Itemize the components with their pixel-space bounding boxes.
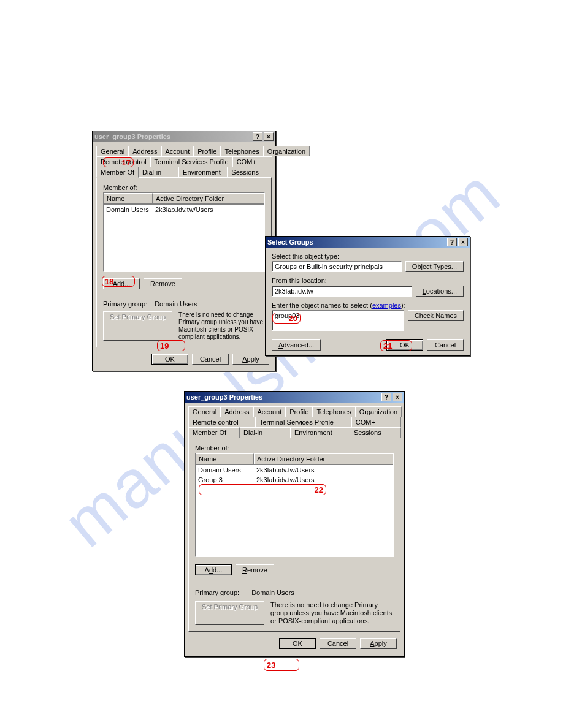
object-type-field: Groups or Built-in security principals [272,261,402,272]
primary-group-value: Domain Users [251,589,294,596]
dialog-title: user_group3 Properties [94,133,251,140]
dialog-title: user_group3 Properties [186,393,380,401]
primary-group-note: There is no need to change Primary group… [178,311,265,341]
from-location-label: From this location: [272,277,464,284]
ok-button[interactable]: OK [386,339,423,351]
tab-member-of[interactable]: Member Of [188,427,240,438]
titlebar[interactable]: user_group3 Properties ? × [93,131,275,142]
member-of-panel: Member of: Name Active Directory Folder … [96,177,272,347]
dialog-title: Select Groups [267,238,446,246]
col-folder[interactable]: Active Directory Folder [254,453,393,464]
location-field: 2k3lab.idv.tw [272,286,412,297]
tab-address[interactable]: Address [128,146,161,156]
callout-23: 23 [264,659,299,671]
titlebar[interactable]: user_group3 Properties ? × [185,392,404,403]
tab-terminal-services[interactable]: Terminal Services Profile [150,156,233,167]
set-primary-group-button: Set Primary Group [103,311,172,341]
help-icon[interactable]: ? [253,132,262,141]
member-of-panel: Member of: Name Active Directory Folder … [188,438,400,632]
primary-group-label: Primary group: [103,300,147,308]
close-icon[interactable]: × [264,132,274,141]
tab-account[interactable]: Account [253,406,286,417]
tab-telephones[interactable]: Telephones [312,406,355,417]
tab-sessions[interactable]: Sessions [227,167,272,177]
tabset: General Address Account Profile Telephon… [188,406,400,438]
list-item[interactable]: Domain Users 2k3lab.idv.tw/Users [104,205,264,214]
tab-profile[interactable]: Profile [285,406,313,417]
locations-button[interactable]: Locations... [416,286,464,297]
apply-button[interactable]: Apply [360,638,397,649]
select-groups-dialog: Select Groups ? × Select this object typ… [265,236,470,356]
tab-com-plus[interactable]: COM+ [232,156,272,167]
member-of-list[interactable]: Name Active Directory Folder Domain User… [103,192,265,272]
tab-general[interactable]: General [188,406,221,417]
tab-organization[interactable]: Organization [263,146,310,156]
add-button[interactable]: Add... [195,564,232,575]
remove-button[interactable]: Remove [236,564,274,575]
close-icon[interactable]: × [458,238,468,246]
tab-environment[interactable]: Environment [178,167,228,177]
primary-group-note: There is no need to change Primary group… [270,601,394,625]
user-properties-dialog-lower: user_group3 Properties ? × General Addre… [184,391,405,657]
tab-com-plus[interactable]: COM+ [351,417,401,427]
object-types-button[interactable]: Object Types... [405,261,464,272]
examples-link[interactable]: examples [372,301,401,309]
primary-group-value: Domain Users [155,300,197,308]
cancel-button[interactable]: Cancel [192,354,229,365]
user-properties-dialog-upper: user_group3 Properties ? × General Addre… [92,131,276,371]
tab-dial-in[interactable]: Dial-in [138,167,179,177]
select-object-type-label: Select this object type: [272,252,464,260]
member-of-label: Member of: [195,444,394,452]
titlebar[interactable]: Select Groups ? × [266,237,470,248]
ok-button[interactable]: OK [151,354,188,365]
help-icon[interactable]: ? [447,238,457,246]
list-item[interactable]: Domain Users 2k3lab.idv.tw/Users [196,465,393,475]
tab-remote-control[interactable]: Remote control [188,417,256,427]
tab-account[interactable]: Account [161,146,194,156]
add-button[interactable]: Add... [103,278,140,289]
list-item[interactable]: Group 3 2k3lab.idv.tw/Users [196,475,393,485]
object-names-input[interactable]: group03 [272,310,404,331]
tab-remote-control[interactable]: Remote control [96,156,151,167]
set-primary-group-button: Set Primary Group [195,601,264,625]
tab-telephones[interactable]: Telephones [220,146,263,156]
col-name[interactable]: Name [104,193,153,204]
enter-object-names-label: Enter the object names to select (exampl… [272,301,464,309]
tab-general[interactable]: General [96,146,129,156]
tab-profile[interactable]: Profile [193,146,221,156]
tab-environment[interactable]: Environment [290,427,350,438]
check-names-button[interactable]: Check Names [408,310,464,321]
primary-group-label: Primary group: [195,589,239,596]
remove-button[interactable]: Remove [144,278,182,289]
close-icon[interactable]: × [393,393,402,401]
apply-button[interactable]: Apply [232,354,269,365]
tab-member-of[interactable]: Member Of [96,167,139,178]
ok-button[interactable]: OK [279,638,316,649]
tab-address[interactable]: Address [220,406,253,417]
advanced-button[interactable]: Advanced... [272,339,321,351]
col-name[interactable]: Name [196,453,254,464]
col-folder[interactable]: Active Directory Folder [153,193,264,204]
tab-terminal-services[interactable]: Terminal Services Profile [255,417,352,427]
help-icon[interactable]: ? [381,393,391,401]
member-of-label: Member of: [103,184,265,191]
cancel-button[interactable]: Cancel [320,638,356,649]
tab-organization[interactable]: Organization [355,406,402,417]
tab-sessions[interactable]: Sessions [350,427,401,438]
tab-dial-in[interactable]: Dial-in [239,427,291,438]
cancel-button[interactable]: Cancel [427,339,464,351]
tabset: General Address Account Profile Telephon… [96,146,272,177]
member-of-list[interactable]: Name Active Directory Folder Domain User… [195,453,394,557]
